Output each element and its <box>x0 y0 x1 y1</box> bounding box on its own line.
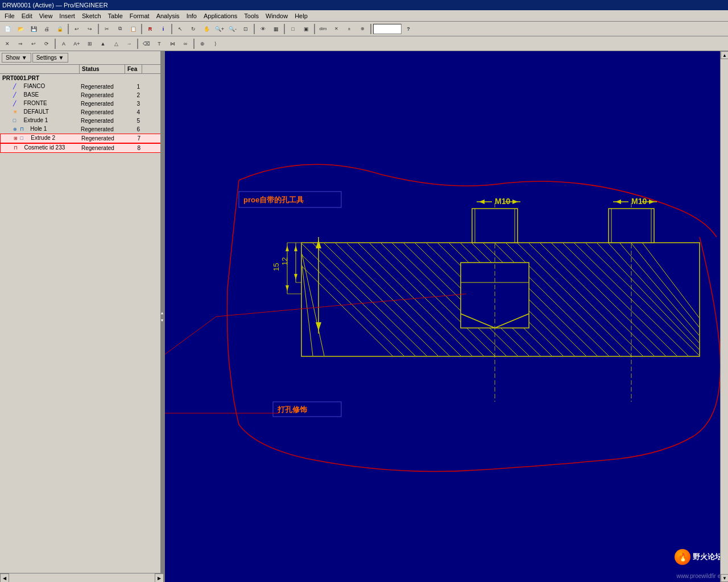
tb2-btn2[interactable]: ⇒ <box>14 38 27 50</box>
item-name-extrude1: Extrude 1 <box>24 117 48 123</box>
info-btn[interactable]: i <box>157 23 169 35</box>
svg-rect-44 <box>472 209 518 243</box>
item-num-base: 2 <box>125 92 142 98</box>
rotate-btn[interactable]: ↻ <box>187 23 200 35</box>
scroll-down-btn[interactable]: ▼ <box>721 574 728 582</box>
item-name-hole1: Hole 1 <box>30 126 47 132</box>
tb2-btn12[interactable]: T <box>153 38 166 50</box>
tb2-btn9[interactable]: △ <box>110 38 122 50</box>
coord-input[interactable] <box>373 24 402 34</box>
watermark: www.proewildfir e.c <box>676 573 725 579</box>
drawing-area[interactable]: 15 12 M10 M10 <box>165 51 728 582</box>
tb2-btn3[interactable]: ↩ <box>27 38 40 50</box>
menu-tools[interactable]: Tools <box>241 13 262 19</box>
sheet2-btn[interactable]: ▣ <box>300 23 312 35</box>
item-num-hole1: 6 <box>125 126 142 132</box>
tb2-btn7[interactable]: ⊞ <box>84 38 96 50</box>
item-status-extrude1: Regenerated <box>80 118 125 124</box>
forum-logo: 🔥 野火论坛 <box>675 549 722 565</box>
menu-format[interactable]: Format <box>126 13 153 19</box>
sheet-btn[interactable]: □ <box>287 23 299 35</box>
plane-icon-2: ╱ <box>13 92 21 99</box>
menu-applications[interactable]: Applications <box>200 13 241 19</box>
regen-btn[interactable]: R <box>144 23 156 35</box>
tree-item-fronte[interactable]: ╱ FRONTE Regenerated 3 <box>0 99 164 108</box>
tol-btn[interactable]: ± <box>343 23 355 35</box>
new-btn[interactable]: 📄 <box>1 23 14 35</box>
menu-help[interactable]: Help <box>291 13 311 19</box>
menu-info[interactable]: Info <box>183 13 200 19</box>
tb2-btn5[interactable]: A <box>57 38 70 50</box>
zoom-in-btn[interactable]: 🔍+ <box>213 23 226 35</box>
tb2-btn15[interactable]: ⊕ <box>196 38 209 50</box>
view-btn[interactable]: 👁 <box>257 23 269 35</box>
menu-analysis[interactable]: Analysis <box>153 13 183 19</box>
tb2-btn10[interactable]: → <box>123 38 135 50</box>
item-name-default: DEFAULT <box>24 109 49 115</box>
sym-btn[interactable]: ⊕ <box>356 23 369 35</box>
menu-sketch[interactable]: Sketch <box>78 13 105 19</box>
tb2-btn6[interactable]: A+ <box>71 38 83 50</box>
tree-item-fianco[interactable]: ╱ FIANCO Regenerated 1 <box>0 82 164 91</box>
undo-btn[interactable]: ↩ <box>71 23 83 35</box>
menu-file[interactable]: File <box>1 13 18 19</box>
menu-window[interactable]: Window <box>262 13 291 19</box>
item-status-hole1: Regenerated <box>80 126 125 132</box>
scroll-left-btn[interactable]: ◀ <box>0 573 9 582</box>
cut-btn[interactable]: ✂ <box>101 23 113 35</box>
svg-text:M10: M10 <box>495 197 510 206</box>
print-btn[interactable]: 🖨 <box>40 23 53 35</box>
tree-item-default[interactable]: ✳ DEFAULT Regenerated 4 <box>0 108 164 117</box>
menu-table[interactable]: Table <box>105 13 126 19</box>
menu-insert[interactable]: Insert <box>56 13 78 19</box>
tree-item-extrude2[interactable]: ⊞ □ Extrude 2 Regenerated 7 <box>0 134 164 143</box>
tree-item-hole1[interactable]: ⊕ ⊓ Hole 1 Regenerated 6 <box>0 125 164 134</box>
title-text: DRW0001 (Active) — Pro/ENGINEER <box>2 2 108 9</box>
redo-btn[interactable]: ↪ <box>84 23 96 35</box>
tb2-btn13[interactable]: ⋈ <box>166 38 179 50</box>
tb2-btn11[interactable]: ⌫ <box>140 38 152 50</box>
pan-btn[interactable]: ✋ <box>200 23 213 35</box>
header-status: Status <box>80 65 125 73</box>
item-num-cosmetic: 8 <box>126 145 143 151</box>
forum-icon: 🔥 <box>675 549 690 565</box>
menu-edit[interactable]: Edit <box>18 13 36 19</box>
svg-text:打孔修饰: 打孔修饰 <box>277 405 307 414</box>
copy-btn[interactable]: ⧉ <box>114 23 126 35</box>
left-panel: Show ▼ Settings ▼ Status Fea PRT0001.PRT… <box>0 51 165 582</box>
scroll-right-btn[interactable]: ▶ <box>155 573 164 582</box>
tree-item-base[interactable]: ╱ BASE Regenerated 2 <box>0 91 164 99</box>
hole-icon: ⊓ <box>20 126 28 133</box>
tb2-btn1[interactable]: ✕ <box>1 38 14 50</box>
zoom-fit-btn[interactable]: ⊡ <box>239 23 252 35</box>
save-btn[interactable]: 💾 <box>27 23 40 35</box>
tb2-btn16[interactable]: ⟩ <box>209 38 222 50</box>
scroll-up-btn[interactable]: ▲ <box>721 51 728 59</box>
help-btn[interactable]: ? <box>402 23 415 35</box>
paste-btn[interactable]: 📋 <box>127 23 139 35</box>
tree-item-extrude1[interactable]: □ Extrude 1 Regenerated 5 <box>0 117 164 125</box>
item-status-fianco: Regenerated <box>80 84 125 90</box>
open-btn[interactable]: 📂 <box>14 23 27 35</box>
note-btn[interactable]: ✕ <box>330 23 342 35</box>
dim-btn[interactable]: dim <box>317 23 329 35</box>
lock-btn[interactable]: 🔒 <box>53 23 66 35</box>
zoom-out-btn[interactable]: 🔍- <box>226 23 239 35</box>
select-btn[interactable]: ↖ <box>174 23 187 35</box>
tb2-btn8[interactable]: ▲ <box>97 38 109 50</box>
menu-view[interactable]: View <box>36 13 56 19</box>
sep7 <box>314 24 315 34</box>
panel-resize-handle[interactable]: ▲ ▼ <box>160 51 164 582</box>
expand-icon-extrude2: ⊞ <box>14 136 18 141</box>
tb2-btn14[interactable]: ∞ <box>179 38 192 50</box>
item-status-base: Regenerated <box>80 92 125 98</box>
layers-btn[interactable]: ▦ <box>270 23 282 35</box>
tb2-btn4[interactable]: ⟳ <box>40 38 53 50</box>
item-status-extrude2: Regenerated <box>80 135 126 142</box>
show-button[interactable]: Show ▼ <box>2 53 31 63</box>
settings-button[interactable]: Settings ▼ <box>32 53 68 63</box>
svg-text:M10: M10 <box>631 197 647 206</box>
header-feature <box>0 65 80 73</box>
item-num-fianco: 1 <box>125 84 142 90</box>
tree-item-cosmetic[interactable]: ⊓ Cosmetic id 233 Regenerated 8 <box>0 143 164 153</box>
